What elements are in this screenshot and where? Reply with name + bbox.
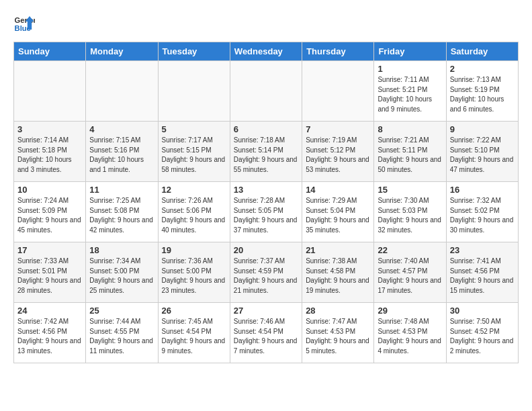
calendar-header-monday: Monday bbox=[86, 42, 158, 61]
day-number: 5 bbox=[162, 124, 226, 134]
day-info: Sunrise: 7:29 AM Sunset: 5:04 PM Dayligh… bbox=[306, 196, 370, 235]
day-info: Sunrise: 7:47 AM Sunset: 4:53 PM Dayligh… bbox=[306, 317, 370, 356]
day-number: 18 bbox=[89, 245, 154, 255]
day-info: Sunrise: 7:17 AM Sunset: 5:15 PM Dayligh… bbox=[162, 136, 226, 175]
calendar-day-cell: 30Sunrise: 7:50 AM Sunset: 4:52 PM Dayli… bbox=[446, 303, 518, 363]
calendar-day-cell: 28Sunrise: 7:47 AM Sunset: 4:53 PM Dayli… bbox=[302, 303, 374, 363]
calendar-day-cell bbox=[86, 61, 158, 122]
calendar-week-row: 3Sunrise: 7:14 AM Sunset: 5:18 PM Daylig… bbox=[14, 122, 519, 182]
day-info: Sunrise: 7:42 AM Sunset: 4:56 PM Dayligh… bbox=[17, 317, 82, 356]
day-info: Sunrise: 7:30 AM Sunset: 5:03 PM Dayligh… bbox=[378, 196, 442, 235]
day-number: 20 bbox=[234, 245, 298, 255]
calendar-day-cell: 16Sunrise: 7:32 AM Sunset: 5:02 PM Dayli… bbox=[446, 182, 518, 242]
day-number: 15 bbox=[378, 185, 442, 195]
day-number: 12 bbox=[162, 185, 226, 195]
day-info: Sunrise: 7:40 AM Sunset: 4:57 PM Dayligh… bbox=[378, 257, 442, 295]
day-number: 27 bbox=[234, 306, 298, 316]
calendar-week-row: 24Sunrise: 7:42 AM Sunset: 4:56 PM Dayli… bbox=[14, 303, 519, 363]
day-number: 30 bbox=[450, 306, 515, 316]
day-info: Sunrise: 7:34 AM Sunset: 5:00 PM Dayligh… bbox=[89, 257, 154, 295]
day-info: Sunrise: 7:14 AM Sunset: 5:18 PM Dayligh… bbox=[17, 136, 82, 175]
day-info: Sunrise: 7:33 AM Sunset: 5:01 PM Dayligh… bbox=[17, 257, 82, 295]
day-info: Sunrise: 7:45 AM Sunset: 4:54 PM Dayligh… bbox=[162, 317, 226, 356]
calendar-day-cell: 26Sunrise: 7:45 AM Sunset: 4:54 PM Dayli… bbox=[158, 303, 230, 363]
calendar-week-row: 17Sunrise: 7:33 AM Sunset: 5:01 PM Dayli… bbox=[14, 242, 519, 303]
day-number: 24 bbox=[17, 306, 82, 316]
logo: General Blue bbox=[13, 13, 38, 35]
calendar-day-cell: 15Sunrise: 7:30 AM Sunset: 5:03 PM Dayli… bbox=[374, 182, 446, 242]
calendar-day-cell bbox=[230, 61, 302, 122]
calendar-day-cell: 29Sunrise: 7:48 AM Sunset: 4:53 PM Dayli… bbox=[374, 303, 446, 363]
day-number: 4 bbox=[89, 124, 154, 134]
day-number: 22 bbox=[378, 245, 442, 255]
day-number: 8 bbox=[378, 124, 442, 134]
calendar-day-cell: 22Sunrise: 7:40 AM Sunset: 4:57 PM Dayli… bbox=[374, 242, 446, 303]
calendar-day-cell: 9Sunrise: 7:22 AM Sunset: 5:10 PM Daylig… bbox=[446, 122, 518, 182]
calendar-day-cell: 6Sunrise: 7:18 AM Sunset: 5:14 PM Daylig… bbox=[230, 122, 302, 182]
calendar-day-cell: 23Sunrise: 7:41 AM Sunset: 4:56 PM Dayli… bbox=[446, 242, 518, 303]
calendar-day-cell: 13Sunrise: 7:28 AM Sunset: 5:05 PM Dayli… bbox=[230, 182, 302, 242]
calendar-day-cell: 27Sunrise: 7:46 AM Sunset: 4:54 PM Dayli… bbox=[230, 303, 302, 363]
calendar-day-cell: 1Sunrise: 7:11 AM Sunset: 5:21 PM Daylig… bbox=[374, 61, 446, 122]
calendar-header-row: SundayMondayTuesdayWednesdayThursdayFrid… bbox=[14, 42, 519, 61]
day-info: Sunrise: 7:28 AM Sunset: 5:05 PM Dayligh… bbox=[234, 196, 298, 235]
day-info: Sunrise: 7:24 AM Sunset: 5:09 PM Dayligh… bbox=[17, 196, 82, 235]
calendar-header-tuesday: Tuesday bbox=[158, 42, 230, 61]
day-info: Sunrise: 7:18 AM Sunset: 5:14 PM Dayligh… bbox=[234, 136, 298, 175]
day-info: Sunrise: 7:38 AM Sunset: 4:58 PM Dayligh… bbox=[306, 257, 370, 295]
day-info: Sunrise: 7:36 AM Sunset: 5:00 PM Dayligh… bbox=[162, 257, 226, 295]
day-number: 7 bbox=[306, 124, 370, 134]
day-number: 26 bbox=[162, 306, 226, 316]
calendar-header-thursday: Thursday bbox=[302, 42, 374, 61]
day-info: Sunrise: 7:48 AM Sunset: 4:53 PM Dayligh… bbox=[378, 317, 442, 356]
calendar-table: SundayMondayTuesdayWednesdayThursdayFrid… bbox=[13, 42, 519, 363]
calendar-week-row: 1Sunrise: 7:11 AM Sunset: 5:21 PM Daylig… bbox=[14, 61, 519, 122]
day-info: Sunrise: 7:26 AM Sunset: 5:06 PM Dayligh… bbox=[162, 196, 226, 235]
calendar-day-cell bbox=[14, 61, 86, 122]
day-info: Sunrise: 7:37 AM Sunset: 4:59 PM Dayligh… bbox=[234, 257, 298, 295]
day-info: Sunrise: 7:46 AM Sunset: 4:54 PM Dayligh… bbox=[234, 317, 298, 356]
page-header: General Blue bbox=[13, 13, 519, 35]
calendar-day-cell: 18Sunrise: 7:34 AM Sunset: 5:00 PM Dayli… bbox=[86, 242, 158, 303]
calendar-day-cell bbox=[302, 61, 374, 122]
calendar-day-cell bbox=[158, 61, 230, 122]
calendar-day-cell: 14Sunrise: 7:29 AM Sunset: 5:04 PM Dayli… bbox=[302, 182, 374, 242]
day-info: Sunrise: 7:32 AM Sunset: 5:02 PM Dayligh… bbox=[450, 196, 515, 235]
day-info: Sunrise: 7:50 AM Sunset: 4:52 PM Dayligh… bbox=[450, 317, 515, 356]
calendar-day-cell: 5Sunrise: 7:17 AM Sunset: 5:15 PM Daylig… bbox=[158, 122, 230, 182]
day-number: 11 bbox=[89, 185, 154, 195]
day-number: 9 bbox=[450, 124, 515, 134]
day-info: Sunrise: 7:41 AM Sunset: 4:56 PM Dayligh… bbox=[450, 257, 515, 295]
calendar-day-cell: 7Sunrise: 7:19 AM Sunset: 5:12 PM Daylig… bbox=[302, 122, 374, 182]
day-number: 6 bbox=[234, 124, 298, 134]
calendar-day-cell: 11Sunrise: 7:25 AM Sunset: 5:08 PM Dayli… bbox=[86, 182, 158, 242]
day-number: 10 bbox=[17, 185, 82, 195]
calendar-day-cell: 21Sunrise: 7:38 AM Sunset: 4:58 PM Dayli… bbox=[302, 242, 374, 303]
calendar-day-cell: 19Sunrise: 7:36 AM Sunset: 5:00 PM Dayli… bbox=[158, 242, 230, 303]
day-number: 29 bbox=[378, 306, 442, 316]
day-number: 21 bbox=[306, 245, 370, 255]
calendar-header-saturday: Saturday bbox=[446, 42, 518, 61]
calendar-day-cell: 24Sunrise: 7:42 AM Sunset: 4:56 PM Dayli… bbox=[14, 303, 86, 363]
day-number: 1 bbox=[378, 64, 442, 74]
day-number: 23 bbox=[450, 245, 515, 255]
day-info: Sunrise: 7:19 AM Sunset: 5:12 PM Dayligh… bbox=[306, 136, 370, 175]
day-number: 28 bbox=[306, 306, 370, 316]
calendar-header-sunday: Sunday bbox=[14, 42, 86, 61]
calendar-day-cell: 17Sunrise: 7:33 AM Sunset: 5:01 PM Dayli… bbox=[14, 242, 86, 303]
day-info: Sunrise: 7:11 AM Sunset: 5:21 PM Dayligh… bbox=[378, 75, 442, 114]
calendar-day-cell: 8Sunrise: 7:21 AM Sunset: 5:11 PM Daylig… bbox=[374, 122, 446, 182]
day-number: 2 bbox=[450, 64, 515, 74]
day-info: Sunrise: 7:25 AM Sunset: 5:08 PM Dayligh… bbox=[89, 196, 154, 235]
calendar-day-cell: 2Sunrise: 7:13 AM Sunset: 5:19 PM Daylig… bbox=[446, 61, 518, 122]
day-info: Sunrise: 7:15 AM Sunset: 5:16 PM Dayligh… bbox=[89, 136, 154, 175]
day-number: 13 bbox=[234, 185, 298, 195]
calendar-day-cell: 3Sunrise: 7:14 AM Sunset: 5:18 PM Daylig… bbox=[14, 122, 86, 182]
calendar-day-cell: 25Sunrise: 7:44 AM Sunset: 4:55 PM Dayli… bbox=[86, 303, 158, 363]
calendar-header-wednesday: Wednesday bbox=[230, 42, 302, 61]
day-number: 25 bbox=[89, 306, 154, 316]
day-number: 19 bbox=[162, 245, 226, 255]
calendar-day-cell: 10Sunrise: 7:24 AM Sunset: 5:09 PM Dayli… bbox=[14, 182, 86, 242]
day-number: 16 bbox=[450, 185, 515, 195]
day-info: Sunrise: 7:13 AM Sunset: 5:19 PM Dayligh… bbox=[450, 75, 515, 114]
